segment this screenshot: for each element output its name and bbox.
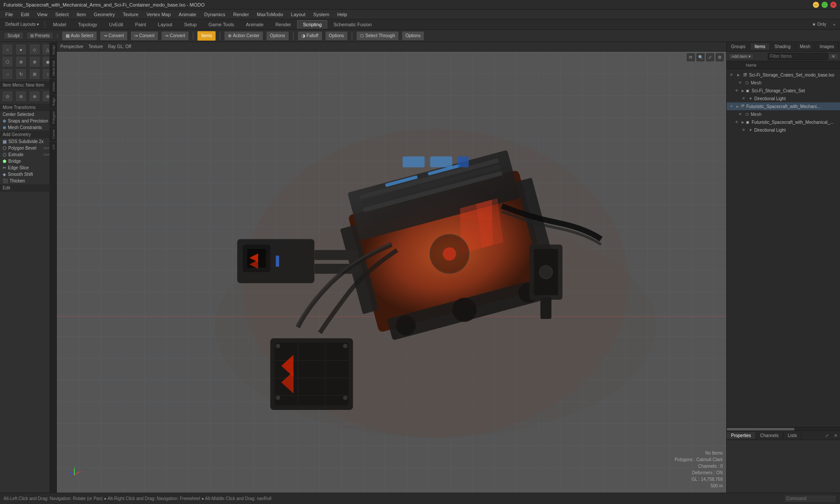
menu-dynamics[interactable]: Dynamics bbox=[201, 11, 229, 18]
mesh-constraints-row[interactable]: ⊗ Mesh Constraints bbox=[0, 124, 56, 131]
tree-item-storage-mesh[interactable]: 👁 ⬡ Mesh bbox=[727, 79, 840, 87]
vp-reset-button[interactable]: ⟳ bbox=[687, 53, 695, 61]
tree-scrollbar[interactable] bbox=[727, 427, 840, 430]
options1-button[interactable]: Options bbox=[266, 31, 289, 41]
edit-header[interactable]: Edit ▾ bbox=[0, 184, 56, 192]
tree-item-dir-light-1[interactable]: 👁 ☀ Directional Light bbox=[727, 94, 840, 102]
scene-tree[interactable]: 👁 ▶ 🎬 Sci-Fi_Storage_Crates_Set_modo_bas… bbox=[727, 69, 840, 427]
action-center-button[interactable]: ⊕ Action Center bbox=[224, 31, 263, 41]
lvtab-vertex[interactable]: Vertex bbox=[49, 79, 56, 94]
tab-schematic[interactable]: Schematic Fusion bbox=[328, 20, 377, 29]
tool-select[interactable]: ○ bbox=[2, 44, 13, 55]
add-geometry-header[interactable]: Add Geometry ▾ bbox=[0, 131, 56, 138]
visibility-storage-mesh[interactable]: 👁 bbox=[737, 80, 743, 86]
tab-game-tools[interactable]: Game Tools bbox=[203, 20, 240, 29]
tab-setup[interactable]: Setup bbox=[178, 20, 203, 29]
sds-subdivide-row[interactable]: ▦ SDS Subdivide 2x bbox=[0, 138, 56, 145]
tool-15[interactable]: ⊛ bbox=[29, 91, 40, 102]
convert2-button[interactable]: ⇒ Convert bbox=[130, 31, 158, 41]
thicken-row[interactable]: ⬛ Thicken bbox=[0, 178, 56, 184]
menu-animate[interactable]: Animate bbox=[175, 11, 200, 18]
right-tab-mesh[interactable]: Mesh bbox=[795, 43, 815, 50]
tool-scale[interactable]: ◇ bbox=[29, 44, 40, 55]
tree-item-spacecraft-group[interactable]: 👁 ▶ ▣ Futuristic_Spacecraft_with_Mechani… bbox=[727, 118, 840, 126]
sculpt-button[interactable]: Sculpt bbox=[4, 32, 24, 39]
ray-label[interactable]: Ray GL: Off bbox=[108, 44, 131, 49]
perspective-label[interactable]: Perspective bbox=[60, 44, 83, 49]
lvtab-mesh-edit[interactable]: Mesh Edit bbox=[49, 57, 56, 79]
visibility-spacecraft-mesh[interactable]: 👁 bbox=[737, 111, 743, 117]
lvtab-uv[interactable]: UV bbox=[49, 141, 56, 152]
menu-geometry[interactable]: Geometry bbox=[90, 11, 118, 18]
more-transforms-header[interactable]: More Transforms ▾ bbox=[0, 104, 56, 111]
tab-render[interactable]: Render bbox=[270, 20, 297, 29]
minimize-button[interactable]: ─ bbox=[813, 2, 819, 8]
right-tab-shading[interactable]: Shading bbox=[770, 43, 795, 50]
menu-select[interactable]: Select bbox=[52, 11, 72, 18]
texture-label[interactable]: Texture bbox=[88, 44, 103, 49]
lists-tab[interactable]: Lists bbox=[784, 432, 802, 439]
visibility-dir-light-1[interactable]: 👁 bbox=[741, 95, 747, 102]
tool-13[interactable]: ⊙ bbox=[2, 91, 13, 102]
filter-items-input[interactable] bbox=[768, 53, 828, 60]
properties-tab[interactable]: Properties bbox=[727, 432, 756, 439]
menu-maxtomodo[interactable]: MaxToModo bbox=[253, 11, 287, 18]
options3-button[interactable]: Options bbox=[402, 31, 424, 41]
presets-button[interactable]: ⊞ Presets bbox=[26, 32, 54, 39]
tree-item-dir-light-2[interactable]: 👁 ☀ Directional Light bbox=[727, 126, 840, 134]
tab-scripting[interactable]: Scripting bbox=[297, 20, 327, 29]
auto-select-button[interactable]: ▦ Auto Select bbox=[62, 31, 97, 41]
channels-tab[interactable]: Channels bbox=[756, 432, 784, 439]
expand-storage[interactable]: ▶ bbox=[735, 72, 742, 78]
visibility-crates[interactable]: 👁 bbox=[734, 88, 740, 94]
tree-item-spacecraft-mesh[interactable]: 👁 ⬡ Mesh bbox=[727, 110, 840, 118]
tool-move[interactable]: ● bbox=[15, 44, 27, 55]
lvtab-sculpt[interactable]: Sculpt bbox=[49, 42, 56, 57]
tree-item-storage-scene[interactable]: 👁 ▶ 🎬 Sci-Fi_Storage_Crates_Set_modo_bas… bbox=[727, 71, 840, 79]
crates-toggle[interactable]: ▶ bbox=[741, 89, 745, 93]
default-layouts-label[interactable]: Default Layouts ▾ bbox=[2, 22, 42, 27]
visibility-spacecraft-group[interactable]: 👁 bbox=[734, 119, 740, 125]
maximize-button[interactable]: □ bbox=[822, 2, 828, 8]
visibility-dir-light-2[interactable]: 👁 bbox=[741, 127, 747, 133]
add-tab-button[interactable]: + bbox=[830, 21, 838, 28]
tab-paint[interactable]: Paint bbox=[130, 20, 152, 29]
tab-topology[interactable]: Topology bbox=[72, 20, 103, 29]
tree-item-crates-set[interactable]: 👁 ▶ ▣ Sci-Fi_Storage_Crates_Set bbox=[727, 87, 840, 94]
snaps-precision-row[interactable]: ⊕ Snaps and Precision bbox=[0, 118, 56, 124]
tool-14[interactable]: ⊚ bbox=[15, 91, 27, 102]
menu-help[interactable]: Help bbox=[334, 11, 351, 18]
tool-5[interactable]: ⬡ bbox=[2, 56, 13, 67]
tool-9[interactable]: → bbox=[2, 68, 13, 80]
edge-slice-row[interactable]: ✂ Edge Slice bbox=[0, 164, 56, 171]
close-lower-button[interactable]: ✕ bbox=[831, 432, 840, 439]
spacecraft-toggle[interactable]: ▶ bbox=[735, 105, 740, 108]
tab-animate[interactable]: Animate bbox=[240, 20, 269, 29]
vp-expand-button[interactable]: ⤢ bbox=[706, 53, 714, 61]
only-toggle[interactable]: ★ Only bbox=[812, 22, 826, 27]
tool-6[interactable]: ⊕ bbox=[15, 56, 27, 67]
vp-settings-button[interactable]: ⚙ bbox=[716, 53, 724, 61]
items-button[interactable]: Items bbox=[197, 31, 216, 41]
visibility-storage[interactable]: 👁 bbox=[728, 72, 735, 78]
options2-button[interactable]: Options bbox=[325, 31, 348, 41]
right-tab-groups[interactable]: Groups bbox=[727, 43, 750, 50]
right-tab-items[interactable]: Items bbox=[750, 43, 770, 50]
close-filter-button[interactable]: ✕ bbox=[829, 53, 838, 60]
convert3-button[interactable]: ⇒ Convert bbox=[161, 31, 189, 41]
expand-lower-button[interactable]: ⤢ bbox=[822, 432, 831, 439]
command-input[interactable] bbox=[784, 495, 836, 503]
smooth-shift-row[interactable]: ◈ Smooth Shift bbox=[0, 171, 56, 178]
extrude-row[interactable]: ⬡ Extrude Shift-V bbox=[0, 151, 56, 158]
menu-view[interactable]: View bbox=[34, 11, 51, 18]
lvtab-edge[interactable]: Edge bbox=[49, 94, 56, 108]
convert1-button[interactable]: ⇒ Convert bbox=[100, 31, 128, 41]
menu-file[interactable]: File bbox=[2, 11, 17, 18]
menu-vertex-map[interactable]: Vertex Map bbox=[143, 11, 175, 18]
tab-uvedit[interactable]: UvEdit bbox=[103, 20, 129, 29]
item-menu-header[interactable]: Item Menu: New Item ▾ bbox=[0, 81, 56, 89]
tool-10[interactable]: ↻ bbox=[15, 68, 27, 80]
select-through-button[interactable]: ⬡ Select Through bbox=[356, 31, 399, 41]
menu-layout[interactable]: Layout bbox=[287, 11, 309, 18]
tool-7[interactable]: ⊗ bbox=[29, 56, 40, 67]
